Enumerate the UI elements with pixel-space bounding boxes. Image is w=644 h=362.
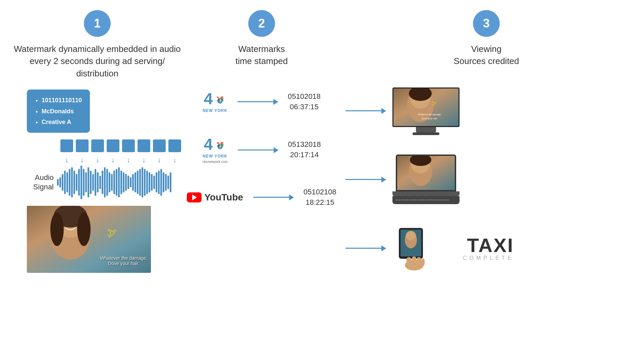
step-number-2: 2 xyxy=(258,16,265,31)
waveform-bar-38 xyxy=(146,171,148,194)
waveform-bar-17 xyxy=(97,172,99,192)
svg-rect-26 xyxy=(407,257,411,266)
waveform-bar-48 xyxy=(170,172,171,192)
timestamp-3: 05102108 18:22:15 xyxy=(304,187,336,208)
step-title-2: Watermarks time stamped xyxy=(235,43,288,67)
laptop-keys xyxy=(396,199,456,201)
waveform-bar-26 xyxy=(118,167,120,197)
waveform-bar-43 xyxy=(158,171,160,194)
arrow-down-1: ↓ xyxy=(60,156,73,164)
waveform-bar-27 xyxy=(120,171,122,194)
waveform-bar-37 xyxy=(144,169,146,196)
waveform-bar-10 xyxy=(80,166,82,199)
waveform-bar-46 xyxy=(165,174,167,191)
laptop-content-svg xyxy=(397,156,455,190)
laptop-base xyxy=(392,191,460,196)
waveform-bar-47 xyxy=(167,176,169,189)
youtube-icon xyxy=(187,192,202,202)
mobile-device xyxy=(392,225,436,272)
laptop-keyboard xyxy=(392,196,460,204)
step-title-3: Viewing Sources credited xyxy=(453,43,519,67)
taxi-complete-logo: TAXI COMPLETE xyxy=(463,236,514,261)
waveform-bar-13 xyxy=(88,167,89,197)
waveform-bar-20 xyxy=(104,167,106,197)
ad-image: 🕊 Whatever the damage, Dove your hair. xyxy=(27,206,151,273)
arrow-down-3: ↓ xyxy=(91,156,104,164)
waveform-bar-16 xyxy=(95,169,96,196)
svg-text:🕊: 🕊 xyxy=(107,228,117,238)
monitor-screen-inner: 🕊 Whatever the damage, Dove your hair. xyxy=(393,88,459,126)
device-row-3: TAXI COMPLETE xyxy=(345,225,514,272)
nbc-number-1: 4 xyxy=(204,91,213,107)
info-item-3: Creative A xyxy=(42,117,82,127)
complete-text: COMPLETE xyxy=(463,255,514,261)
step-circle-1: 1 xyxy=(84,10,111,37)
laptop-screen-inner xyxy=(397,156,455,190)
arrow-to-mobile xyxy=(345,248,386,249)
svg-text:🕊: 🕊 xyxy=(432,101,437,106)
arrow-to-monitor xyxy=(345,110,386,111)
waveform-bar-28 xyxy=(123,172,124,192)
monitor-content-svg: 🕊 Whatever the damage, Dove your hair. xyxy=(393,88,459,126)
waveform-bar-2 xyxy=(62,174,63,191)
info-item-1: 101101110110 xyxy=(42,95,82,106)
waveform-bar-34 xyxy=(137,171,139,194)
waveform-bar-3 xyxy=(64,171,66,194)
svg-text:Dove your hair.: Dove your hair. xyxy=(422,117,437,120)
waveform-bar-12 xyxy=(85,172,87,192)
nbc-peacock-2 xyxy=(214,140,226,153)
waveform-bar-0 xyxy=(57,179,59,186)
waveform-bar-42 xyxy=(156,172,157,192)
arrow-down-7: ↓ xyxy=(153,156,166,164)
taxi-text: TAXI xyxy=(467,236,514,255)
column-3: 3 Viewing Sources credited xyxy=(342,10,631,352)
waveform-bar-4 xyxy=(66,172,68,192)
audio-signal-area: Audio Signal xyxy=(27,166,171,199)
waveform-bar-18 xyxy=(99,176,101,189)
audio-block-5 xyxy=(122,139,135,152)
arrows-down-row: ↓ ↓ ↓ ↓ ↓ ↓ ↓ ↓ xyxy=(60,156,181,164)
audio-block-4 xyxy=(107,139,119,152)
svg-point-4 xyxy=(50,213,64,246)
monitor-device: 🕊 Whatever the damage, Dove your hair. xyxy=(392,87,460,134)
step-circle-3: 3 xyxy=(473,10,500,37)
waveform-bar-24 xyxy=(113,171,115,194)
laptop-screen xyxy=(396,155,456,191)
waveform-bar-40 xyxy=(151,174,153,191)
channel-row-1: 4 NEW YORK xyxy=(181,91,342,113)
waveform-bar-6 xyxy=(71,167,73,197)
svg-rect-27 xyxy=(412,256,416,266)
monitor-base xyxy=(413,132,439,135)
audio-signal-label: Audio Signal xyxy=(27,173,54,192)
channel-row-2: 4 NEW YORK nbcnewyork.com xyxy=(181,136,342,164)
waveform-bar-14 xyxy=(90,171,92,194)
waveform-bar-30 xyxy=(127,176,129,189)
youtube-play-triangle xyxy=(192,194,197,200)
nbc-domain-2: nbcnewyork.com xyxy=(203,160,228,164)
mobile-svg xyxy=(392,225,436,272)
waveform-bar-35 xyxy=(139,169,141,196)
device-row-2 xyxy=(345,155,460,205)
channel-rows: 4 NEW YORK xyxy=(181,91,342,208)
arrow-down-6: ↓ xyxy=(138,156,150,164)
nbc-number-2: 4 xyxy=(204,136,213,153)
arrow-down-2: ↓ xyxy=(76,156,89,164)
audio-block-3 xyxy=(91,139,104,152)
arrow-down-5: ↓ xyxy=(122,156,135,164)
laptop-device xyxy=(392,155,460,205)
audio-block-1 xyxy=(60,139,73,152)
svg-rect-29 xyxy=(421,258,425,266)
waveform-bar-23 xyxy=(111,174,113,191)
arrow-down-8: ↓ xyxy=(168,156,181,164)
info-box: 101101110110 McDonalds Creative A xyxy=(27,89,90,133)
arrow-down-4: ↓ xyxy=(107,156,119,164)
ad-overlay-text: Whatever the damage, Dove your hair. xyxy=(100,255,148,266)
waveform-bar-1 xyxy=(59,177,61,187)
monitor-screen: 🕊 Whatever the damage, Dove your hair. xyxy=(392,87,460,127)
step-number-3: 3 xyxy=(483,16,490,31)
column-1: 1 Watermark dynamically embedded in audi… xyxy=(13,10,181,352)
waveform-bar-5 xyxy=(69,169,70,196)
step-circle-2: 2 xyxy=(248,10,275,37)
arrow-1-1 xyxy=(237,101,278,102)
waveform-bar-32 xyxy=(132,174,134,191)
